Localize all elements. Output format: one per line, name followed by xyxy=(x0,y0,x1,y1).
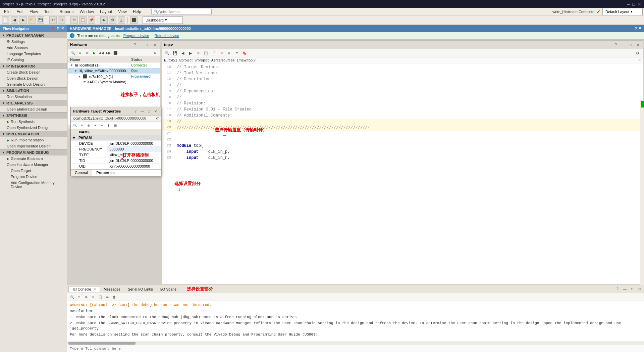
con-copy-btn[interactable]: 📋 xyxy=(97,294,103,300)
close-button[interactable]: ✕ xyxy=(638,2,641,7)
compile-button[interactable]: ⚙ xyxy=(109,16,116,24)
src-search-btn[interactable]: 🔍 xyxy=(164,50,171,56)
nav-run-implementation[interactable]: ▶ Run Implementation xyxy=(0,137,67,143)
nav-open-implemented[interactable]: Open Implemented Design xyxy=(0,143,67,149)
redo-button[interactable]: ↪ xyxy=(58,16,65,24)
nav-open-target[interactable]: Open Target xyxy=(0,168,67,174)
nav-settings[interactable]: ⚙ Settings xyxy=(0,38,67,45)
flow-nav-close[interactable]: ✕ xyxy=(61,26,64,31)
hw-max-button[interactable]: □ xyxy=(145,42,151,48)
nav-open-block-design[interactable]: Open Block Design xyxy=(0,75,67,81)
hw-row-xc7a[interactable]: ▼ ⬛ xc7a100t_0 (1) Programmed xyxy=(68,74,160,79)
back-button[interactable]: ◀ xyxy=(11,16,18,24)
dashboard-dropdown[interactable]: Dashboard ▾ xyxy=(143,16,183,24)
source-min-btn[interactable]: — xyxy=(620,42,626,48)
src-back-btn[interactable]: ◀ xyxy=(179,50,186,56)
maximize-button[interactable]: □ xyxy=(632,2,635,7)
nav-open-synthesized[interactable]: Open Synthesized Design xyxy=(0,125,67,131)
con-pause-btn[interactable]: ⏸ xyxy=(90,294,96,300)
undo-button[interactable]: ↩ xyxy=(49,16,57,24)
src-comment-btn[interactable]: // xyxy=(226,50,232,56)
src-del-btn[interactable]: ✕ xyxy=(218,50,225,56)
console-tab-tcl[interactable]: Tcl Console ✕ xyxy=(68,286,100,292)
console-float[interactable]: ⊡ xyxy=(637,286,643,292)
flow-nav-settings[interactable]: ⚙ xyxy=(56,26,60,31)
con-search-btn[interactable]: 🔍 xyxy=(69,294,75,300)
console-tab-messages[interactable]: Messages xyxy=(100,286,124,292)
con-filter-btn[interactable]: ≡ xyxy=(76,294,82,300)
props-add-btn[interactable]: + xyxy=(92,122,98,128)
flow-nav-pin[interactable]: 📌 xyxy=(50,26,55,31)
menu-view[interactable]: View xyxy=(115,9,129,15)
paste-button[interactable]: 📌 xyxy=(88,16,95,24)
nav-generate-block-design[interactable]: Generate Block Design xyxy=(0,81,67,87)
quick-access-input[interactable]: 🔍 Quick Access xyxy=(151,9,212,14)
nav-add-config-memory[interactable]: Add Configuration Memory Device xyxy=(0,180,67,190)
open-button[interactable]: 📂 xyxy=(28,16,36,24)
nav-ip-catalog[interactable]: IP Catalog xyxy=(0,57,67,63)
source-help-btn[interactable]: ? xyxy=(613,42,619,48)
hw-min-button[interactable]: — xyxy=(139,42,145,48)
menu-help[interactable]: Help xyxy=(130,9,144,15)
con-clear-btn[interactable]: 🗑 xyxy=(111,294,117,300)
hw-halt-btn[interactable]: ⬛ xyxy=(112,50,118,56)
props-del-btn[interactable]: − xyxy=(99,122,105,128)
props-extra-btn[interactable]: ⊞ xyxy=(112,122,118,128)
source-close-btn[interactable]: ✕ xyxy=(635,42,641,48)
hw-settings-btn[interactable]: ⚙ xyxy=(152,50,158,56)
console-tab-serial[interactable]: Serial I/O Links xyxy=(124,286,157,292)
freq-value[interactable]: 6000000 xyxy=(107,146,161,152)
sigma-button[interactable]: Σ xyxy=(118,16,125,24)
menu-layout[interactable]: Layout xyxy=(97,9,115,15)
source-path-close[interactable]: ✕ xyxy=(638,58,641,62)
section-synthesis[interactable]: ▼ SYNTHESIS xyxy=(0,112,67,119)
src-save-btn[interactable]: 💾 xyxy=(172,50,178,56)
hw-search-btn[interactable]: 🔍 xyxy=(70,50,76,56)
hw-close-button[interactable]: ✕ xyxy=(152,42,158,48)
console-hscrollbar[interactable] xyxy=(67,341,644,345)
menu-file[interactable]: File xyxy=(1,9,13,15)
param-expand[interactable]: ▼ xyxy=(71,135,77,141)
section-implementation[interactable]: ▼ IMPLEMENTATION xyxy=(0,131,67,137)
hw-filter-btn[interactable]: ≡ xyxy=(77,50,83,56)
source-code[interactable]: 10 // Target Devices: 11 // Tool Version… xyxy=(162,63,643,284)
source-scrollbar[interactable] xyxy=(640,100,644,285)
nav-open-elaborated[interactable]: Open Elaborated Design xyxy=(0,106,67,112)
props-max-btn[interactable]: □ xyxy=(146,108,152,114)
props-expand-btn[interactable]: ⊕ xyxy=(86,122,92,128)
src-uncomment-btn[interactable]: ≡ xyxy=(233,50,240,56)
console-tab-io[interactable]: I/O Scans xyxy=(157,286,180,292)
nav-run-simulation[interactable]: Run Simulation xyxy=(0,94,67,100)
src-copy-btn[interactable]: 📋 xyxy=(203,50,209,56)
source-max-btn[interactable]: □ xyxy=(628,42,634,48)
section-program-debug[interactable]: ▼ PROGRAM AND DEBUG xyxy=(0,149,67,156)
menu-flow[interactable]: Flow xyxy=(27,9,41,15)
forward-button[interactable]: ▶ xyxy=(19,16,27,24)
section-simulation[interactable]: ▼ SIMULATION xyxy=(0,87,67,94)
con-expand-btn[interactable]: ⊕ xyxy=(83,294,89,300)
hw-row-localhost[interactable]: ▼ 🖥 localhost (1) Connected xyxy=(68,62,160,68)
props-refresh-btn[interactable]: ↺ xyxy=(156,117,159,120)
menu-reports[interactable]: Reports xyxy=(57,9,76,15)
props-close-btn[interactable]: ✕ xyxy=(153,108,159,114)
nav-run-synthesis[interactable]: ▶ Run Synthesis xyxy=(0,119,67,125)
src-cut-btn[interactable]: ✕ xyxy=(195,50,202,56)
src-settings-btn[interactable]: ⚙ xyxy=(634,50,641,56)
props-filter-btn[interactable]: ≡ xyxy=(79,122,85,128)
nav-generate-bitstream[interactable]: ▶ Generate Bitstream xyxy=(0,156,67,162)
hw-row-xadc[interactable]: ≡ XADC (System Monitor) xyxy=(68,79,160,85)
hw-fwd-btn[interactable]: ▶▶ xyxy=(105,50,111,56)
nav-open-hw-manager[interactable]: Open Hardware Manager xyxy=(0,162,67,168)
hw-manager-help[interactable]: ? xyxy=(635,27,637,31)
props-min-btn[interactable]: — xyxy=(139,108,145,114)
minimize-button[interactable]: – xyxy=(627,2,630,7)
hw-expand-btn[interactable]: ⊕ xyxy=(84,50,90,56)
stop-button[interactable]: ⬛ xyxy=(130,16,138,24)
src-fwd-btn[interactable]: ▶ xyxy=(187,50,194,56)
props-info-btn[interactable]: ℹ xyxy=(106,122,112,128)
hw-manager-close[interactable]: ✕ xyxy=(638,26,641,31)
cut-button[interactable]: ✂ xyxy=(70,16,78,24)
props-properties-tab[interactable]: Properties xyxy=(92,170,119,176)
layout-dropdown[interactable]: Default Layout ▾ xyxy=(602,8,643,15)
menu-window[interactable]: Window xyxy=(77,9,97,15)
